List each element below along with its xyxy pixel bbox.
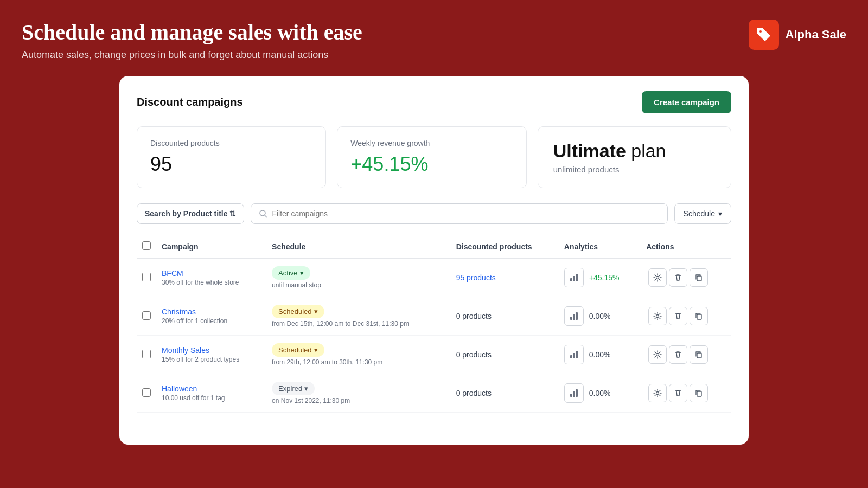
app-name-label: Alpha Sale — [786, 28, 846, 42]
page-title: Schedule and manage sales with ease — [22, 20, 362, 45]
schedule-info-monthly-sales: from 29th, 12:00 am to 30th, 11:30 pm — [272, 358, 445, 366]
svg-rect-9 — [576, 312, 578, 320]
status-badge-monthly-sales[interactable]: Scheduled ▾ — [272, 343, 324, 357]
status-badge-halloween[interactable]: Expired ▾ — [272, 382, 315, 395]
discounted-label: Discounted products — [150, 139, 312, 147]
analytics-cell: +45.15% — [559, 259, 641, 297]
copy-button-christmas[interactable] — [690, 307, 708, 325]
page-subtitle: Automate sales, change prices in bulk an… — [22, 49, 362, 61]
trash-icon — [674, 350, 682, 359]
products-count: 0 products — [456, 312, 492, 320]
select-all-checkbox[interactable] — [142, 241, 151, 250]
analytics-chart-icon-monthly-sales[interactable] — [564, 345, 584, 364]
bar-chart-icon — [569, 350, 579, 359]
th-actions: Actions — [641, 235, 731, 259]
status-badge-christmas[interactable]: Scheduled ▾ — [272, 305, 324, 318]
schedule-cell: Scheduled ▾ from Dec 15th, 12:00 am to D… — [266, 297, 451, 336]
delete-button-christmas[interactable] — [669, 307, 687, 325]
analytics-value-monthly-sales: 0.00% — [589, 350, 611, 359]
create-campaign-button[interactable]: Create campaign — [642, 91, 731, 113]
campaign-cell: Christmas 20% off for 1 collection — [156, 297, 266, 336]
svg-rect-2 — [570, 278, 572, 281]
analytics-value-bfcm: +45.15% — [589, 273, 620, 282]
page-header: Schedule and manage sales with ease Auto… — [0, 0, 868, 76]
copy-button-halloween[interactable] — [690, 384, 708, 402]
delete-button-bfcm[interactable] — [669, 268, 687, 287]
schedule-cell: Expired ▾ on Nov 1st 2022, 11:30 pm — [266, 374, 451, 413]
tag-icon — [755, 26, 773, 43]
search-by-label: Search by — [145, 209, 183, 218]
th-analytics: Analytics — [559, 235, 641, 259]
row-checkbox-cell — [137, 297, 156, 336]
actions-cell — [641, 259, 731, 297]
analytics-chart-icon-christmas[interactable] — [564, 306, 584, 326]
campaign-link-christmas[interactable]: Christmas — [162, 307, 261, 316]
logo-icon — [749, 20, 779, 50]
search-by-chevron-icon: ⇅ — [229, 209, 236, 218]
panel-title: Discount campaigns — [137, 96, 243, 108]
app-logo: Alpha Sale — [749, 20, 846, 50]
filter-campaigns-input[interactable] — [272, 209, 659, 218]
svg-rect-17 — [570, 394, 572, 397]
row-checkbox-0[interactable] — [142, 273, 151, 281]
svg-rect-16 — [697, 353, 701, 358]
settings-button-halloween[interactable] — [648, 384, 667, 402]
gear-icon — [653, 273, 662, 282]
analytics-chart-icon-halloween[interactable] — [564, 383, 584, 403]
panel-header: Discount campaigns Create campaign — [137, 91, 731, 113]
campaign-link-halloween[interactable]: Halloween — [162, 384, 261, 393]
svg-rect-4 — [576, 274, 578, 281]
schedule-filter-select[interactable]: Schedule ▾ — [674, 203, 731, 224]
table-row: Christmas 20% off for 1 collection Sched… — [137, 297, 731, 336]
search-by-value: Product title — [183, 209, 228, 218]
delete-button-halloween[interactable] — [669, 384, 687, 402]
status-badge-bfcm[interactable]: Active ▾ — [272, 266, 310, 280]
actions-cell — [641, 297, 731, 336]
row-checkbox-3[interactable] — [142, 388, 151, 397]
bar-chart-icon — [569, 311, 579, 321]
row-checkbox-cell — [137, 259, 156, 297]
campaign-link-bfcm[interactable]: BFCM — [162, 269, 261, 278]
row-checkbox-2[interactable] — [142, 350, 151, 358]
schedule-label: Schedule — [684, 209, 715, 218]
products-link[interactable]: 95 products — [456, 273, 496, 282]
campaign-sub-christmas: 20% off for 1 collection — [162, 317, 227, 325]
actions-cell — [641, 336, 731, 374]
campaign-cell: BFCM 30% off for the whole store — [156, 259, 266, 297]
bar-chart-icon — [569, 388, 579, 398]
settings-button-bfcm[interactable] — [648, 268, 667, 287]
svg-rect-13 — [573, 353, 575, 358]
plan-name: Ultimate plan — [553, 140, 716, 162]
campaign-sub-monthly-sales: 15% off for 2 product types — [162, 356, 239, 363]
copy-button-monthly-sales[interactable] — [690, 345, 708, 364]
products-cell: 0 products — [451, 297, 559, 336]
products-count: 0 products — [456, 389, 492, 397]
filter-input-wrap[interactable] — [251, 203, 667, 224]
discounted-value: 95 — [150, 153, 312, 176]
main-panel: Discount campaigns Create campaign Disco… — [119, 76, 749, 445]
svg-point-5 — [656, 277, 659, 279]
search-by-select[interactable]: Search by Product title ⇅ — [137, 203, 244, 224]
delete-button-monthly-sales[interactable] — [669, 345, 687, 364]
analytics-chart-icon-bfcm[interactable] — [564, 268, 584, 287]
settings-button-christmas[interactable] — [648, 307, 667, 325]
copy-icon — [694, 350, 703, 359]
svg-rect-19 — [576, 389, 578, 397]
search-icon — [259, 209, 267, 218]
trash-icon — [674, 312, 682, 320]
row-checkbox-cell — [137, 336, 156, 374]
table-row: BFCM 30% off for the whole store Active … — [137, 259, 731, 297]
th-discounted-products: Discounted products — [451, 235, 559, 259]
settings-button-monthly-sales[interactable] — [648, 345, 667, 364]
svg-rect-18 — [573, 391, 575, 397]
revenue-value: +45.15% — [350, 153, 513, 176]
discounted-products-card: Discounted products 95 — [137, 126, 326, 188]
copy-icon — [694, 312, 703, 320]
gear-icon — [653, 312, 662, 320]
row-checkbox-1[interactable] — [142, 311, 151, 320]
campaign-link-monthly-sales[interactable]: Monthly Sales — [162, 346, 261, 355]
copy-button-bfcm[interactable] — [690, 268, 708, 287]
analytics-cell: 0.00% — [559, 297, 641, 336]
schedule-chevron-icon: ▾ — [718, 209, 722, 218]
schedule-cell: Scheduled ▾ from 29th, 12:00 am to 30th,… — [266, 336, 451, 374]
